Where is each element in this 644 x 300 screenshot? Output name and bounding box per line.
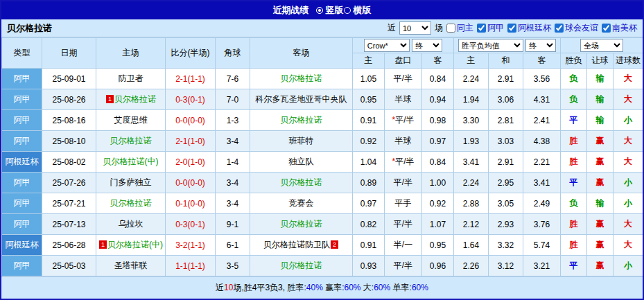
lose-odds-cell: 3.56 [523,69,561,89]
draw-odds-cell: 3.03 [489,131,523,152]
subcol-handicap-result: 让球 [587,53,613,69]
filter-controls: 近 10 场 同主阿甲阿根廷杯球会友谊南美杯 [388,21,637,35]
team-name-text: 贝尔格拉诺 [281,261,322,270]
europe-average-select[interactable]: 胜平负均值 [458,39,523,52]
draw-odds-cell: 2.81 [489,110,523,131]
handicap-cell: 半球 [385,89,422,110]
subcol-lose: 客 [523,53,561,69]
handicap-cell: 半球 [385,131,422,152]
radio-label-text: 竖版 [326,4,344,17]
team-name-text: 贝尔格拉诺(中) [103,157,159,166]
score-cell: 2-0(1-0) [166,152,216,173]
layout-radio[interactable]: 横版 [344,4,372,17]
odds-stage-select[interactable]: 终 [412,39,442,52]
fulltime-scope-select[interactable]: 全场 [580,39,623,52]
result-cell: 平 [561,173,587,193]
filter-checkbox-item[interactable]: 球会友谊 [555,22,598,34]
goals-result-cell: 大 [613,89,643,110]
away-team-cell: 贝尔格拉诺 [250,214,353,235]
win-odds-cell: 2.24 [454,69,489,89]
asia-home-odds-cell: 0.95 [353,89,385,110]
filter-checkbox[interactable] [555,24,564,33]
summary-segment: 60% [374,283,390,292]
europe-odds-header: 胜平负均值 终 [454,38,561,53]
draw-odds-cell: 2.93 [489,214,523,235]
goals-result-cell: 小 [613,173,643,193]
league-cell: 阿甲 [2,69,42,89]
league-cell: 阿甲 [2,256,42,276]
team-name-text: 乌拉坎 [119,219,143,229]
team-name-text: 贝尔格拉诺(中) [107,240,163,249]
team-name-text: 贝尔格拉诺 [281,177,322,187]
result-cell: 负 [561,69,587,89]
league-cell: 阿甲 [2,89,42,110]
result-cell: 平 [561,110,587,131]
score-cell: 2-1(1-0) [166,131,216,152]
result-cell: 胜 [561,235,587,256]
filter-checkbox-label: 阿根廷杯 [518,22,551,34]
league-cell: 阿甲 [2,214,42,235]
away-team-cell: 贝尔格拉诺 [250,173,353,193]
team-name-text: 防卫者 [119,73,143,83]
handicap-cell: 平/半 [385,256,422,276]
home-team-cell: 1贝尔格拉诺 [96,89,166,110]
score-cell: 0-3(0-1) [166,89,216,110]
win-odds-cell: 2.12 [454,214,489,235]
team-name-text: 贝尔格拉诺 [281,115,322,125]
subcol-asia-home: 主 [353,53,385,69]
odds-company-select[interactable]: Crow* [364,39,410,52]
europe-stage-select[interactable]: 终 [525,39,556,52]
home-team-cell: 贝尔格拉诺 [96,193,166,214]
summary-segment: 60% [412,283,428,292]
corner-cell: 6-1 [216,235,250,256]
filter-checkbox-item[interactable]: 阿甲 [477,22,504,34]
red-card-badge: 2 [331,240,338,249]
handicap-cell: 半/一 [385,235,422,256]
asia-away-odds-cell: 0.94 [422,89,454,110]
col-header-type: 类型 [2,38,42,69]
score-cell: 0-0(0-0) [166,173,216,193]
filter-checkbox-item[interactable]: 阿根廷杯 [507,22,551,34]
filter-checkbox[interactable] [446,24,455,33]
filter-checkbox-item[interactable]: 南美杯 [602,22,637,34]
team-name-text: 科尔多瓦圣地亚哥中央队 [256,94,347,104]
lose-odds-cell: 3.21 [523,256,561,276]
team-name-text: 贝尔格拉诺 [110,136,152,145]
corner-cell: 1-3 [216,110,250,131]
layout-radio-group: 竖版横版 [316,4,372,17]
handicap-result-cell: 赢 [587,256,613,276]
summary-segment: 场,胜4平3负3, 胜率: [233,283,306,292]
col-header-date: 日期 [42,38,96,69]
asia-home-odds-cell: 0.91 [353,235,385,256]
team-name-text: 贝尔格拉诺 [110,198,152,208]
win-odds-cell: 3.30 [454,110,489,131]
corner-cell: 1-4 [216,152,250,173]
panel-title: 近期战绩 [273,4,309,17]
match-count-select[interactable]: 10 [399,21,431,35]
col-header-away: 客场 [250,38,353,69]
filter-checkbox[interactable] [507,24,516,33]
lose-odds-cell: 4.31 [523,89,561,110]
asia-away-odds-cell: 0.95 [422,235,454,256]
goals-result-cell: 大 [613,69,643,89]
star-mark: * [392,157,395,166]
home-team-cell: 1贝尔格拉诺(中) [96,235,166,256]
radio-label-text: 横版 [354,4,372,17]
match-row: 阿根廷杯25-08-02贝尔格拉诺(中)2-0(1-0)1-4独立队1.04*平… [2,152,643,173]
lose-odds-cell: 5.74 [523,235,561,256]
corner-cell: 9-1 [216,214,250,235]
league-cell: 阿甲 [2,110,42,131]
filter-checkbox[interactable] [602,24,611,33]
asia-home-odds-cell: 0.92 [353,131,385,152]
filter-checkbox-item[interactable]: 同主 [446,22,473,34]
result-cell: 平 [561,256,587,276]
team-name-text: 独立队 [289,157,314,166]
filter-checkbox-label: 球会友谊 [565,22,598,34]
layout-radio[interactable]: 竖版 [316,4,344,17]
filter-checkbox[interactable] [477,24,486,33]
date-cell: 25-09-01 [42,69,96,89]
match-row: 阿甲25-08-261贝尔格拉诺0-3(0-1)7-0科尔多瓦圣地亚哥中央队0.… [2,89,643,110]
league-filter-checkboxes: 同主阿甲阿根廷杯球会友谊南美杯 [446,22,637,34]
goals-result-cell: 小 [613,110,643,131]
match-row: 阿根廷杯25-06-281贝尔格拉诺(中)3-2(1-1)6-1贝尔格拉诺防卫队… [2,235,643,256]
